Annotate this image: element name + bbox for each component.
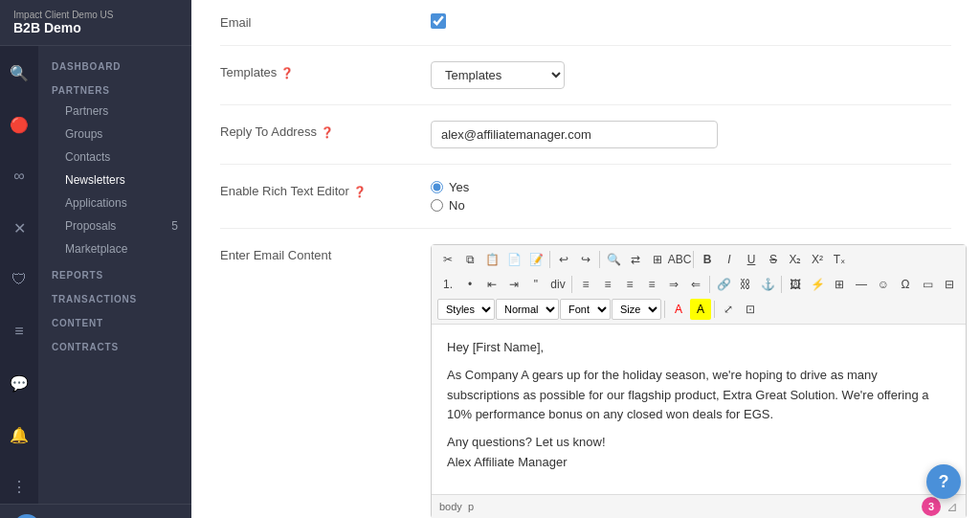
tool-char[interactable]: Ω <box>895 274 916 295</box>
nav-label-partners: PARTNERS <box>38 76 191 100</box>
sidebar-item-newsletters[interactable]: Newsletters <box>38 169 191 191</box>
tool-align-right[interactable]: ≡ <box>619 274 640 295</box>
tool-paste[interactable]: 📋 <box>481 249 502 270</box>
email-checkbox[interactable] <box>431 13 446 29</box>
sidebar-item-marketplace[interactable]: Marketplace <box>38 237 191 260</box>
tool-bold[interactable]: B <box>697 249 718 270</box>
sep3 <box>693 251 694 268</box>
rte-help-icon: ❓ <box>353 186 367 197</box>
sep1 <box>549 251 550 268</box>
bell-icon[interactable]: 🔔 <box>2 417 36 452</box>
tool-italic[interactable]: I <box>719 249 740 270</box>
tool-source[interactable]: ⊡ <box>740 299 761 320</box>
sidebar-item-contacts[interactable]: Contacts <box>38 146 191 169</box>
tool-undo[interactable]: ↩ <box>553 249 574 270</box>
tool-smiley[interactable]: ☺ <box>873 274 894 295</box>
nav-label-contracts: CONTRACTS <box>38 332 191 356</box>
tool-iframe[interactable]: ▭ <box>917 274 938 295</box>
nav-label-transactions: TRANSACTIONS <box>38 284 191 308</box>
tool-spellcheck[interactable]: ABC <box>669 249 690 270</box>
reply-help-icon: ❓ <box>321 126 334 138</box>
templates-control: Templates <box>431 61 951 89</box>
content-row: Enter Email Content ✂ ⧉ 📋 📄 📝 ↩ ↪ <box>220 229 951 518</box>
sep5 <box>709 276 710 293</box>
tool-table[interactable]: ⊞ <box>829 274 850 295</box>
list-icon[interactable]: ≡ <box>2 314 36 349</box>
templates-select[interactable]: Templates <box>431 61 565 89</box>
tool-maximize[interactable]: ⤢ <box>718 299 739 320</box>
tool-clear-format[interactable]: Tₓ <box>829 249 850 270</box>
chat-icon[interactable]: 💬 <box>2 366 36 400</box>
tool-strikethrough[interactable]: S <box>763 249 784 270</box>
tool-select-all[interactable]: ⊞ <box>647 249 668 270</box>
style-select[interactable]: Styles <box>437 299 495 320</box>
chain-icon[interactable]: ∞ <box>2 159 36 193</box>
dots-icon[interactable]: ⋮ <box>2 469 36 504</box>
tool-list-num[interactable]: 1. <box>437 274 458 295</box>
tool-replace[interactable]: ⇄ <box>625 249 646 270</box>
tool-indent-less[interactable]: ⇤ <box>481 274 502 295</box>
search-icon[interactable]: 🔍 <box>2 56 36 90</box>
tool-image[interactable]: 🖼 <box>785 274 806 295</box>
tool-subscript[interactable]: X₂ <box>785 249 806 270</box>
rte-content[interactable]: Hey [First Name], As Company A gears up … <box>432 325 966 494</box>
tool-list-bull[interactable]: • <box>459 274 480 295</box>
rte-toolbar: ✂ ⧉ 📋 📄 📝 ↩ ↪ 🔍 ⇄ ⊞ ABC <box>432 245 966 325</box>
size-select[interactable]: Size <box>612 299 661 320</box>
tool-ltr[interactable]: ⇒ <box>663 274 684 295</box>
rte-resize-handle[interactable]: ⊿ <box>947 499 958 514</box>
sidebar-item-groups[interactable]: Groups <box>38 123 191 146</box>
partners-icon[interactable]: 🔴 <box>2 107 36 142</box>
reply-input[interactable] <box>431 121 718 148</box>
main-inner: Email Templates ❓ Templates Reply To Add… <box>191 0 980 518</box>
tool-paste-word[interactable]: 📝 <box>525 249 546 270</box>
sidebar-item-applications[interactable]: Applications <box>38 191 191 214</box>
format-select[interactable]: Normal <box>496 299 559 320</box>
sidebar-bottom: B ← <box>0 504 191 518</box>
reply-label: Reply To Address ❓ <box>220 121 412 139</box>
gear-icon[interactable]: ✕ <box>2 211 36 245</box>
tool-highlight-color[interactable]: A <box>690 299 711 320</box>
rte-yes-radio[interactable] <box>431 181 443 193</box>
rte-no-radio[interactable] <box>431 199 443 212</box>
tool-copy[interactable]: ⧉ <box>459 249 480 270</box>
sep4 <box>571 276 572 293</box>
tool-find[interactable]: 🔍 <box>603 249 624 270</box>
rte-no-option[interactable]: No <box>431 198 951 213</box>
tool-hr[interactable]: — <box>851 274 872 295</box>
tool-rtl[interactable]: ⇐ <box>685 274 706 295</box>
help-fab-button[interactable]: ? <box>926 464 961 499</box>
tool-align-justify[interactable]: ≡ <box>641 274 662 295</box>
tool-align-center[interactable]: ≡ <box>597 274 618 295</box>
rte-row: Enable Rich Text Editor ❓ Yes No <box>220 165 951 229</box>
tool-flash[interactable]: ⚡ <box>807 274 828 295</box>
rte-status-bar: body p 3 ⊿ <box>432 494 966 518</box>
tool-indent-more[interactable]: ⇥ <box>503 274 524 295</box>
tool-pagebreak[interactable]: ⊟ <box>939 274 960 295</box>
font-select[interactable]: Font <box>560 299 611 320</box>
avatar: B <box>13 514 40 518</box>
sep6 <box>781 276 782 293</box>
tool-paste-text[interactable]: 📄 <box>503 249 524 270</box>
sidebar-header: Impact Client Demo US B2B Demo <box>0 0 191 46</box>
email-line2: As Company A gears up for the holiday se… <box>447 366 950 425</box>
email-label: Email <box>220 15 412 30</box>
tool-superscript[interactable]: X² <box>807 249 828 270</box>
rte-yes-option[interactable]: Yes <box>431 180 951 194</box>
tool-unlink[interactable]: ⛓ <box>735 274 756 295</box>
tool-align-left[interactable]: ≡ <box>575 274 596 295</box>
rte-toolbar-row2: 1. • ⇤ ⇥ " div ≡ ≡ ≡ ≡ ⇒ ⇐ <box>437 274 960 295</box>
tool-redo[interactable]: ↪ <box>575 249 596 270</box>
tool-link[interactable]: 🔗 <box>713 274 734 295</box>
content-label: Enter Email Content <box>220 244 412 262</box>
tool-div[interactable]: div <box>547 274 568 295</box>
rte-label: Enable Rich Text Editor ❓ <box>220 180 412 198</box>
sidebar-item-proposals[interactable]: Proposals 5 <box>38 214 191 237</box>
shield-icon[interactable]: 🛡 <box>2 262 36 297</box>
tool-blockquote[interactable]: " <box>525 274 546 295</box>
tool-anchor[interactable]: ⚓ <box>757 274 778 295</box>
tool-cut[interactable]: ✂ <box>437 249 458 270</box>
sidebar-item-partners[interactable]: Partners <box>38 100 191 123</box>
tool-font-color[interactable]: A <box>668 299 689 320</box>
tool-underline[interactable]: U <box>741 249 762 270</box>
